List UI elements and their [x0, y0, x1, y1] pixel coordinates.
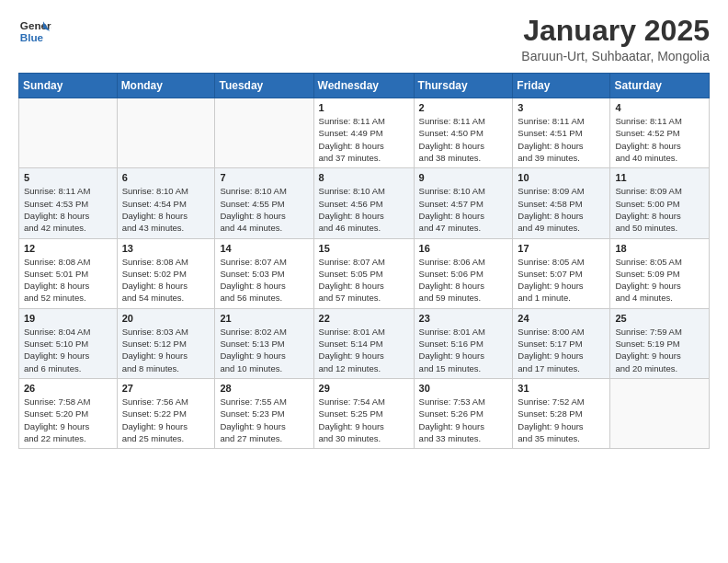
day-info: Sunrise: 8:11 AM Sunset: 4:49 PM Dayligh…: [319, 115, 409, 164]
day-cell-24: 24Sunrise: 8:00 AM Sunset: 5:17 PM Dayli…: [513, 308, 610, 378]
weekday-monday: Monday: [117, 74, 215, 98]
weekday-saturday: Saturday: [610, 74, 710, 98]
day-number: 22: [319, 313, 409, 324]
day-number: 6: [122, 172, 210, 183]
day-cell-11: 11Sunrise: 8:09 AM Sunset: 5:00 PM Dayli…: [610, 168, 710, 238]
day-cell-6: 6Sunrise: 8:10 AM Sunset: 4:54 PM Daylig…: [117, 168, 215, 238]
day-info: Sunrise: 8:10 AM Sunset: 4:55 PM Dayligh…: [220, 185, 308, 234]
day-number: 3: [518, 102, 605, 113]
day-cell-4: 4Sunrise: 8:11 AM Sunset: 4:52 PM Daylig…: [610, 98, 710, 168]
day-cell-28: 28Sunrise: 7:55 AM Sunset: 5:23 PM Dayli…: [215, 378, 313, 448]
title-block: January 2025 Baruun-Urt, Suhbaatar, Mong…: [521, 15, 710, 63]
day-number: 27: [122, 383, 210, 394]
weekday-sunday: Sunday: [19, 74, 118, 98]
weekday-wednesday: Wednesday: [313, 74, 414, 98]
day-number: 28: [220, 383, 308, 394]
day-info: Sunrise: 8:00 AM Sunset: 5:17 PM Dayligh…: [518, 326, 605, 374]
day-cell-31: 31Sunrise: 7:52 AM Sunset: 5:28 PM Dayli…: [513, 378, 610, 448]
day-info: Sunrise: 8:07 AM Sunset: 5:03 PM Dayligh…: [220, 256, 308, 304]
day-info: Sunrise: 8:05 AM Sunset: 5:09 PM Dayligh…: [615, 256, 704, 304]
day-info: Sunrise: 8:10 AM Sunset: 4:56 PM Dayligh…: [319, 185, 409, 234]
day-cell-3: 3Sunrise: 8:11 AM Sunset: 4:51 PM Daylig…: [513, 98, 610, 168]
day-number: 12: [24, 243, 112, 254]
day-cell-13: 13Sunrise: 8:08 AM Sunset: 5:02 PM Dayli…: [117, 238, 215, 308]
day-info: Sunrise: 7:54 AM Sunset: 5:25 PM Dayligh…: [319, 396, 409, 444]
day-cell-16: 16Sunrise: 8:06 AM Sunset: 5:06 PM Dayli…: [414, 238, 513, 308]
page: General Blue January 2025 Baruun-Urt, Su…: [0, 0, 728, 467]
day-info: Sunrise: 8:09 AM Sunset: 5:00 PM Dayligh…: [615, 185, 704, 234]
week-row-2: 5Sunrise: 8:11 AM Sunset: 4:53 PM Daylig…: [19, 168, 710, 238]
day-info: Sunrise: 8:01 AM Sunset: 5:14 PM Dayligh…: [319, 326, 409, 374]
day-cell-29: 29Sunrise: 7:54 AM Sunset: 5:25 PM Dayli…: [313, 378, 414, 448]
day-number: 29: [319, 383, 409, 394]
day-cell-14: 14Sunrise: 8:07 AM Sunset: 5:03 PM Dayli…: [215, 238, 313, 308]
day-info: Sunrise: 8:09 AM Sunset: 4:58 PM Dayligh…: [518, 185, 605, 234]
day-cell-19: 19Sunrise: 8:04 AM Sunset: 5:10 PM Dayli…: [19, 308, 118, 378]
day-number: 9: [419, 172, 508, 183]
week-row-3: 12Sunrise: 8:08 AM Sunset: 5:01 PM Dayli…: [19, 238, 710, 308]
day-cell-15: 15Sunrise: 8:07 AM Sunset: 5:05 PM Dayli…: [313, 238, 414, 308]
day-cell-21: 21Sunrise: 8:02 AM Sunset: 5:13 PM Dayli…: [215, 308, 313, 378]
day-number: 5: [24, 172, 112, 183]
day-number: 31: [518, 383, 605, 394]
day-cell-1: 1Sunrise: 8:11 AM Sunset: 4:49 PM Daylig…: [313, 98, 414, 168]
day-number: 11: [615, 172, 704, 183]
day-number: 15: [319, 243, 409, 254]
day-number: 13: [122, 243, 210, 254]
day-cell-22: 22Sunrise: 8:01 AM Sunset: 5:14 PM Dayli…: [313, 308, 414, 378]
day-info: Sunrise: 8:11 AM Sunset: 4:50 PM Dayligh…: [419, 115, 508, 164]
day-cell-25: 25Sunrise: 7:59 AM Sunset: 5:19 PM Dayli…: [610, 308, 710, 378]
day-info: Sunrise: 7:53 AM Sunset: 5:26 PM Dayligh…: [419, 396, 508, 444]
day-cell-10: 10Sunrise: 8:09 AM Sunset: 4:58 PM Dayli…: [513, 168, 610, 238]
weekday-header-row: SundayMondayTuesdayWednesdayThursdayFrid…: [19, 74, 710, 98]
day-cell-7: 7Sunrise: 8:10 AM Sunset: 4:55 PM Daylig…: [215, 168, 313, 238]
day-number: 19: [24, 313, 112, 324]
day-number: 18: [615, 243, 704, 254]
week-row-1: 1Sunrise: 8:11 AM Sunset: 4:49 PM Daylig…: [19, 98, 710, 168]
logo: General Blue: [18, 15, 51, 48]
location: Baruun-Urt, Suhbaatar, Mongolia: [521, 49, 710, 63]
day-number: 10: [518, 172, 605, 183]
logo-icon: General Blue: [18, 15, 51, 48]
empty-cell: [215, 98, 313, 168]
day-number: 21: [220, 313, 308, 324]
header: General Blue January 2025 Baruun-Urt, Su…: [18, 15, 710, 63]
day-info: Sunrise: 8:07 AM Sunset: 5:05 PM Dayligh…: [319, 256, 409, 304]
day-info: Sunrise: 7:56 AM Sunset: 5:22 PM Dayligh…: [122, 396, 210, 444]
day-info: Sunrise: 8:08 AM Sunset: 5:01 PM Dayligh…: [24, 256, 112, 304]
empty-cell: [610, 378, 710, 448]
day-info: Sunrise: 7:58 AM Sunset: 5:20 PM Dayligh…: [24, 396, 112, 444]
day-cell-30: 30Sunrise: 7:53 AM Sunset: 5:26 PM Dayli…: [414, 378, 513, 448]
day-number: 8: [319, 172, 409, 183]
day-info: Sunrise: 8:04 AM Sunset: 5:10 PM Dayligh…: [24, 326, 112, 374]
month-title: January 2025: [521, 15, 710, 47]
day-info: Sunrise: 8:01 AM Sunset: 5:16 PM Dayligh…: [419, 326, 508, 374]
day-number: 4: [615, 102, 704, 113]
day-cell-26: 26Sunrise: 7:58 AM Sunset: 5:20 PM Dayli…: [19, 378, 118, 448]
empty-cell: [117, 98, 215, 168]
weekday-thursday: Thursday: [414, 74, 513, 98]
day-number: 16: [419, 243, 508, 254]
day-cell-20: 20Sunrise: 8:03 AM Sunset: 5:12 PM Dayli…: [117, 308, 215, 378]
day-info: Sunrise: 8:11 AM Sunset: 4:52 PM Dayligh…: [615, 115, 704, 164]
day-info: Sunrise: 8:05 AM Sunset: 5:07 PM Dayligh…: [518, 256, 605, 304]
week-row-5: 26Sunrise: 7:58 AM Sunset: 5:20 PM Dayli…: [19, 378, 710, 448]
day-info: Sunrise: 7:55 AM Sunset: 5:23 PM Dayligh…: [220, 396, 308, 444]
week-row-4: 19Sunrise: 8:04 AM Sunset: 5:10 PM Dayli…: [19, 308, 710, 378]
svg-text:Blue: Blue: [20, 31, 44, 43]
day-number: 17: [518, 243, 605, 254]
day-cell-5: 5Sunrise: 8:11 AM Sunset: 4:53 PM Daylig…: [19, 168, 118, 238]
day-number: 20: [122, 313, 210, 324]
day-cell-2: 2Sunrise: 8:11 AM Sunset: 4:50 PM Daylig…: [414, 98, 513, 168]
weekday-friday: Friday: [513, 74, 610, 98]
day-number: 7: [220, 172, 308, 183]
day-info: Sunrise: 8:08 AM Sunset: 5:02 PM Dayligh…: [122, 256, 210, 304]
day-info: Sunrise: 7:52 AM Sunset: 5:28 PM Dayligh…: [518, 396, 605, 444]
day-number: 25: [615, 313, 704, 324]
day-cell-9: 9Sunrise: 8:10 AM Sunset: 4:57 PM Daylig…: [414, 168, 513, 238]
day-info: Sunrise: 7:59 AM Sunset: 5:19 PM Dayligh…: [615, 326, 704, 374]
day-number: 14: [220, 243, 308, 254]
day-number: 24: [518, 313, 605, 324]
day-cell-8: 8Sunrise: 8:10 AM Sunset: 4:56 PM Daylig…: [313, 168, 414, 238]
day-cell-23: 23Sunrise: 8:01 AM Sunset: 5:16 PM Dayli…: [414, 308, 513, 378]
